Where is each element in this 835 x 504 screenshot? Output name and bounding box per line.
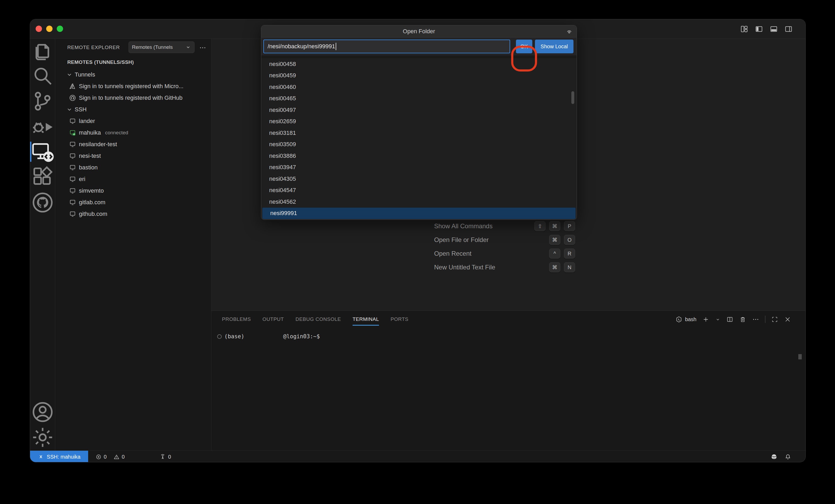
folder-list-item[interactable]: nesi04562 xyxy=(261,196,577,208)
tree-row[interactable]: Tunnels xyxy=(55,69,211,80)
layout-icon[interactable] xyxy=(740,25,749,33)
vm-icon xyxy=(69,187,76,195)
warning-count: 0 xyxy=(122,454,125,460)
open-folder-dialog: Open Folder /nesi/nobackup/nesi99991 OK … xyxy=(261,25,577,220)
shortcut-label: Open File or Folder xyxy=(434,236,489,244)
terminal-more-actions-icon[interactable] xyxy=(752,316,759,323)
tree-row[interactable]: nesilander-test xyxy=(55,139,211,150)
forwarded-ports-status-item[interactable]: 0 xyxy=(159,451,171,462)
shortcut-row: Open File or Folder ⌘O xyxy=(434,233,575,247)
toggle-secondary-sidebar-icon xyxy=(784,25,793,33)
terminal-scrollbar-thumb[interactable] xyxy=(798,354,802,359)
keyboard-key: P xyxy=(564,221,575,231)
tree-row-label: github.com xyxy=(79,210,107,218)
layout-icon[interactable] xyxy=(770,25,778,33)
remote-icon xyxy=(38,453,44,460)
error-icon xyxy=(96,454,102,460)
folder-list-item[interactable]: nesi04547 xyxy=(261,185,577,196)
tree-row[interactable]: mahuika connected xyxy=(55,127,211,139)
command-decoration-icon[interactable] xyxy=(217,334,222,339)
azure-icon xyxy=(69,83,76,90)
dropdown-label: Remotes (Tunnels xyxy=(132,44,183,50)
zoom-window-button[interactable] xyxy=(57,26,63,32)
problems-status-item[interactable]: 0 0 xyxy=(96,451,125,462)
tree-row[interactable]: github.com xyxy=(55,208,211,220)
tree-row[interactable]: Sign in to tunnels registered with GitHu… xyxy=(55,92,211,104)
folder-list-item[interactable]: nesi03181 xyxy=(261,127,577,139)
folder-path-input[interactable]: /nesi/nobackup/nesi99991 xyxy=(263,40,510,53)
activity-bar-item[interactable] xyxy=(30,95,55,107)
tree-row[interactable]: bastion xyxy=(55,162,211,173)
split-terminal-icon[interactable] xyxy=(726,316,733,323)
more-actions-icon[interactable] xyxy=(199,44,206,52)
activity-bar-item[interactable] xyxy=(30,196,55,209)
maximize-panel-icon[interactable] xyxy=(771,316,778,323)
kill-terminal-trash-icon[interactable] xyxy=(739,316,746,323)
ports-count: 0 xyxy=(168,454,171,460)
activity-bar-item[interactable] xyxy=(30,171,55,183)
layout-icon[interactable] xyxy=(784,25,793,33)
folder-list-item[interactable]: nesi00460 xyxy=(261,81,577,93)
activity-bar-item[interactable] xyxy=(30,431,55,444)
folder-list-item[interactable]: nesi99991 xyxy=(262,208,575,219)
tree-row[interactable]: nesi-test xyxy=(55,150,211,162)
shortcut-row: Open Recent ^R xyxy=(434,247,575,260)
launch-profile-chevron-icon[interactable] xyxy=(715,316,720,323)
tree-row-label: nesilander-test xyxy=(79,141,117,148)
extensions-icon xyxy=(30,165,55,190)
shortcut-keys: ^R xyxy=(549,248,575,259)
chevron-down-icon xyxy=(66,71,73,78)
folder-list-item[interactable]: nesi03886 xyxy=(261,150,577,162)
close-panel-icon[interactable] xyxy=(784,316,791,323)
activity-bar-item[interactable] xyxy=(30,69,55,82)
panel-tab[interactable]: TERMINAL xyxy=(352,311,379,328)
activity-bar-item[interactable] xyxy=(30,145,55,158)
remote-indicator-chip[interactable]: SSH: mahuika xyxy=(30,451,88,462)
remotes-section-header[interactable]: REMOTES (TUNNELS/SSH) xyxy=(67,59,134,65)
minimize-window-button[interactable] xyxy=(46,26,53,32)
terminal-prompt-line[interactable]: (base) @login03:~$ xyxy=(217,332,244,340)
panel-tab[interactable]: DEBUG CONSOLE xyxy=(296,311,341,328)
activity-bar-item[interactable] xyxy=(30,44,55,57)
remotes-tree: Tunnels Sign in to tunnels registered wi… xyxy=(55,69,211,220)
copilot-icon[interactable] xyxy=(770,453,778,461)
tree-row[interactable]: Sign in to tunnels registered with Micro… xyxy=(55,80,211,92)
panel-tab[interactable]: PORTS xyxy=(391,311,409,328)
vm-connected-icon xyxy=(69,129,76,137)
folder-list-item[interactable]: nesi00459 xyxy=(261,70,577,82)
remotes-type-dropdown[interactable]: Remotes (Tunnels xyxy=(128,41,195,53)
new-terminal-icon[interactable] xyxy=(702,316,709,323)
tree-row-label: simvemto xyxy=(79,187,104,194)
folder-list-item[interactable]: nesi00458 xyxy=(261,58,577,70)
folder-list-item[interactable]: nesi04305 xyxy=(261,173,577,185)
dialog-title: Open Folder xyxy=(261,25,577,38)
ok-button[interactable]: OK xyxy=(516,40,532,53)
activity-bar-item[interactable] xyxy=(30,120,55,133)
tree-row[interactable]: SSH xyxy=(55,104,211,115)
chevron-down-icon xyxy=(66,106,73,113)
folder-list-item[interactable]: nesi00465 xyxy=(261,93,577,104)
close-window-button[interactable] xyxy=(36,26,42,32)
shell-label[interactable]: bash xyxy=(685,316,696,322)
tree-row[interactable]: gitlab.com xyxy=(55,197,211,208)
activity-bar-item[interactable] xyxy=(30,406,55,418)
folder-list-item[interactable]: nesi03947 xyxy=(261,162,577,173)
bottom-panel: PROBLEMSOUTPUTDEBUG CONSOLETERMINALPORTS… xyxy=(211,310,806,450)
show-local-button[interactable]: Show Local xyxy=(535,40,573,53)
panel-tab[interactable]: PROBLEMS xyxy=(222,311,251,328)
folder-list-item[interactable]: nesi03509 xyxy=(261,139,577,150)
panel-tabs: PROBLEMSOUTPUTDEBUG CONSOLETERMINALPORTS xyxy=(222,311,409,328)
list-scrollbar-thumb[interactable] xyxy=(571,91,574,104)
eye-icon[interactable] xyxy=(566,28,573,35)
notifications-bell-icon[interactable] xyxy=(784,453,792,461)
shortcut-row: New Untitled Text File ⌘N xyxy=(434,260,575,274)
vm-icon xyxy=(69,210,76,218)
panel-tab[interactable]: OUTPUT xyxy=(263,311,284,328)
folder-list-item[interactable]: nesi00497 xyxy=(261,104,577,116)
folder-list-item[interactable]: nesi02659 xyxy=(261,116,577,127)
vm-icon xyxy=(69,117,76,125)
tree-row[interactable]: lander xyxy=(55,115,211,127)
tree-row[interactable]: eri xyxy=(55,173,211,185)
layout-icon[interactable] xyxy=(755,25,763,33)
tree-row[interactable]: simvemto xyxy=(55,185,211,197)
